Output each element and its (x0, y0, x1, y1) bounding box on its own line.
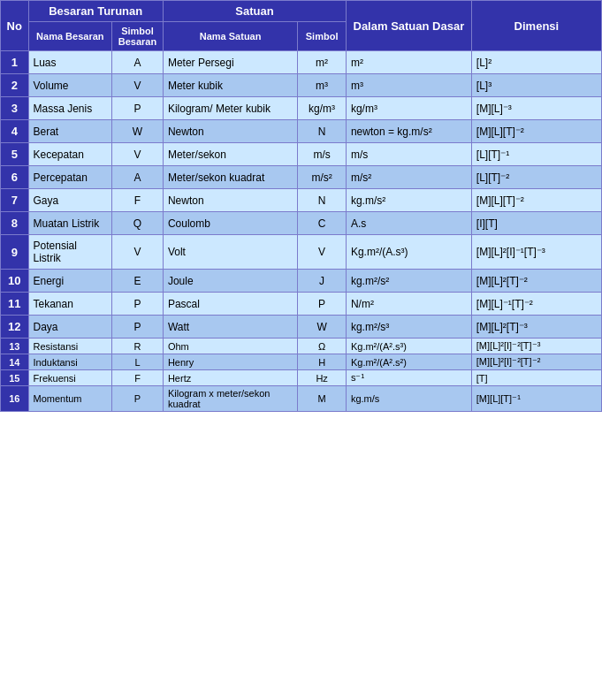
row-simbol-satuan: J (298, 270, 347, 293)
row-nama-besaran: Volume (28, 74, 112, 97)
row-nama-satuan: Coulomb (163, 212, 297, 235)
row-nama-besaran: Massa Jenis (28, 97, 112, 120)
row-dimensi: [M][L]²[I]⁻¹[T]⁻³ (471, 235, 601, 270)
row-nama-besaran: Daya (28, 316, 112, 339)
row-dimensi: [T] (471, 370, 601, 386)
header-simbol: Simbol (298, 22, 347, 51)
row-no: 1 (1, 51, 29, 74)
row-dimensi: [M][L]²[T]⁻³ (471, 316, 601, 339)
row-nama-satuan: Pascal (163, 293, 297, 316)
row-no: 7 (1, 189, 29, 212)
row-dasar: Kg.m²/(A².s²) (346, 354, 471, 370)
row-dimensi: [M][L][T]⁻² (471, 120, 601, 143)
row-nama-satuan: Watt (163, 316, 297, 339)
row-no: 16 (1, 386, 29, 412)
row-simbol-satuan: m³ (298, 74, 347, 97)
row-dasar: N/m² (346, 293, 471, 316)
row-no: 5 (1, 143, 29, 166)
row-dasar: m/s² (346, 166, 471, 189)
row-dimensi: [M][L]⁻³ (471, 97, 601, 120)
row-dasar: s⁻¹ (346, 370, 471, 386)
row-nama-satuan: Ohm (163, 339, 297, 354)
row-nama-besaran: Muatan Listrik (28, 212, 112, 235)
row-dimensi: [L][T]⁻¹ (471, 143, 601, 166)
row-dimensi: [M][L][T]⁻² (471, 189, 601, 212)
row-dimensi: [M][L]²[T]⁻² (471, 270, 601, 293)
row-nama-besaran: Gaya (28, 189, 112, 212)
header-dalam-satuan-dasar: Dalam Satuan Dasar (346, 1, 471, 51)
row-nama-besaran: Berat (28, 120, 112, 143)
row-no: 4 (1, 120, 29, 143)
row-simbol-besaran: A (112, 166, 164, 189)
row-dasar: kg.m²/s³ (346, 316, 471, 339)
row-simbol-besaran: E (112, 270, 164, 293)
row-dimensi: [M][L]⁻¹[T]⁻² (471, 293, 601, 316)
row-no: 8 (1, 212, 29, 235)
row-simbol-besaran: A (112, 51, 164, 74)
row-dasar: kg.m/s² (346, 189, 471, 212)
row-nama-satuan: Meter Persegi (163, 51, 297, 74)
row-simbol-satuan: V (298, 235, 347, 270)
row-no: 6 (1, 166, 29, 189)
row-nama-satuan: Newton (163, 120, 297, 143)
row-simbol-satuan: m/s (298, 143, 347, 166)
row-dimensi: [M][L][T]⁻¹ (471, 386, 601, 412)
row-nama-satuan: Kilogram/ Meter kubik (163, 97, 297, 120)
row-dasar: A.s (346, 212, 471, 235)
row-simbol-satuan: m² (298, 51, 347, 74)
row-simbol-satuan: kg/m³ (298, 97, 347, 120)
row-simbol-besaran: V (112, 74, 164, 97)
row-dimensi: [L]² (471, 51, 601, 74)
row-simbol-besaran: R (112, 339, 164, 354)
row-nama-besaran: Energi (28, 270, 112, 293)
row-nama-satuan: Newton (163, 189, 297, 212)
row-simbol-besaran: P (112, 97, 164, 120)
row-nama-satuan: Hertz (163, 370, 297, 386)
row-no: 10 (1, 270, 29, 293)
header-besaran-turunan: Besaran Turunan (28, 1, 163, 22)
row-no: 3 (1, 97, 29, 120)
row-nama-besaran: Tekanan (28, 293, 112, 316)
row-dimensi: [M][L]²[I]⁻²[T]⁻³ (471, 339, 601, 354)
row-dasar: m/s (346, 143, 471, 166)
row-simbol-satuan: C (298, 212, 347, 235)
row-nama-besaran: Induktansi (28, 354, 112, 370)
row-simbol-satuan: N (298, 189, 347, 212)
row-nama-satuan: Volt (163, 235, 297, 270)
header-nama-satuan: Nama Satuan (163, 22, 297, 51)
row-no: 11 (1, 293, 29, 316)
row-nama-besaran: Percepatan (28, 166, 112, 189)
row-simbol-satuan: Ω (298, 339, 347, 354)
row-simbol-besaran: V (112, 143, 164, 166)
row-nama-besaran: Luas (28, 51, 112, 74)
row-simbol-besaran: W (112, 120, 164, 143)
row-no: 12 (1, 316, 29, 339)
row-dasar: newton = kg.m/s² (346, 120, 471, 143)
row-dasar: Kg.m²/(A².s³) (346, 339, 471, 354)
row-nama-satuan: Kilogram x meter/sekon kuadrat (163, 386, 297, 412)
row-simbol-satuan: N (298, 120, 347, 143)
row-no: 13 (1, 339, 29, 354)
row-dimensi: [L][T]⁻² (471, 166, 601, 189)
row-simbol-besaran: F (112, 370, 164, 386)
row-no: 2 (1, 74, 29, 97)
row-nama-besaran: Frekuensi (28, 370, 112, 386)
row-dimensi: [L]³ (471, 74, 601, 97)
row-simbol-besaran: P (112, 386, 164, 412)
row-simbol-satuan: H (298, 354, 347, 370)
row-nama-satuan: Meter kubik (163, 74, 297, 97)
row-dasar: kg/m³ (346, 97, 471, 120)
row-dasar: m² (346, 51, 471, 74)
header-no: No (1, 1, 29, 51)
header-nama-besaran: Nama Besaran (28, 22, 112, 51)
row-simbol-besaran: V (112, 235, 164, 270)
row-simbol-satuan: m/s² (298, 166, 347, 189)
row-simbol-besaran: Q (112, 212, 164, 235)
header-dimensi: Dimensi (471, 1, 601, 51)
row-nama-besaran: Momentum (28, 386, 112, 412)
header-satuan: Satuan (163, 1, 346, 22)
row-no: 9 (1, 235, 29, 270)
row-dasar: kg.m²/s² (346, 270, 471, 293)
row-dimensi: [M][L]²[I]⁻²[T]⁻² (471, 354, 601, 370)
header-simbol-besaran: Simbol Besaran (112, 22, 164, 51)
